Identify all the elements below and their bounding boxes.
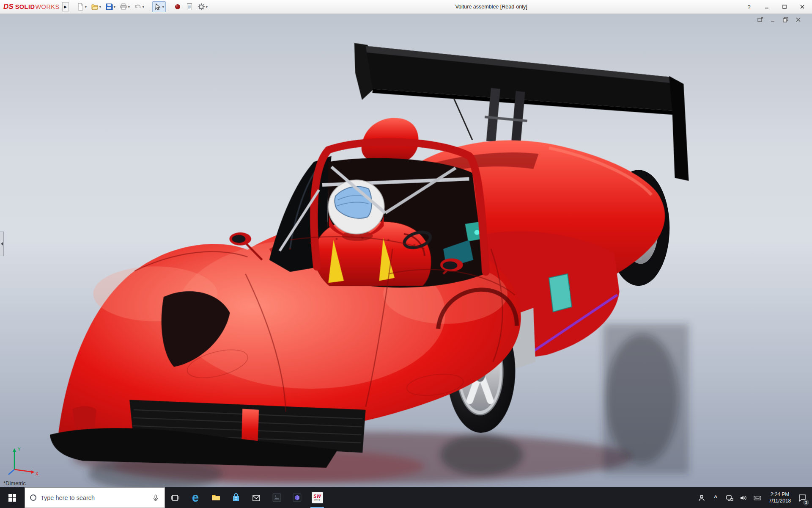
dropdown-caret-icon[interactable]: ▾: [85, 5, 87, 9]
edge-icon: e: [192, 491, 199, 504]
toolbar-flyout-button[interactable]: ▶: [62, 2, 69, 11]
windows-taskbar: e: [0, 487, 812, 508]
chevron-up-icon: ^: [714, 494, 717, 501]
people-button[interactable]: [696, 487, 707, 508]
action-center-button[interactable]: 3: [797, 487, 808, 508]
task-view-icon: [170, 493, 180, 503]
doc-restore-button[interactable]: [782, 16, 789, 23]
close-button[interactable]: [798, 3, 806, 11]
toolbar-separator: [149, 3, 149, 11]
feature-tree-collapse-tab[interactable]: [0, 232, 4, 256]
select-cursor-icon: [154, 3, 162, 11]
y-axis-label: Y: [18, 447, 21, 452]
file-properties-button[interactable]: [184, 1, 195, 12]
file-explorer-button[interactable]: [206, 487, 226, 508]
quick-toolbar: ▾ ▾ ▾ ▾ ▾ ▾: [75, 1, 209, 12]
taskbar-search[interactable]: [25, 487, 165, 508]
print-button[interactable]: ▾: [118, 1, 132, 12]
float-window-button[interactable]: [757, 16, 764, 23]
dropdown-caret-icon[interactable]: ▾: [162, 5, 164, 9]
rebuild-sphere-icon: [174, 3, 181, 11]
file-properties-icon: [186, 3, 193, 11]
undo-icon: [134, 3, 142, 11]
store-icon: [231, 493, 241, 503]
search-input[interactable]: [41, 494, 148, 501]
side-window-panel[interactable]: [549, 274, 572, 312]
reference-triad: Y X: [5, 446, 41, 476]
open-document-button[interactable]: ▾: [89, 1, 103, 12]
doc-minimize-button[interactable]: [769, 16, 776, 23]
doc-close-button[interactable]: [795, 16, 802, 23]
wing-right-endplate[interactable]: [669, 76, 689, 181]
windows-logo-icon: [8, 494, 16, 502]
select-tool-button[interactable]: ▾: [152, 1, 166, 12]
dropdown-caret-icon[interactable]: ▾: [143, 5, 144, 9]
float-window-icon: [757, 17, 763, 23]
doc-close-icon: [795, 17, 801, 23]
edge-browser-button[interactable]: e: [185, 487, 206, 508]
mail-icon: [251, 493, 261, 503]
graphics-viewport[interactable]: Y X *Dimetric: [0, 14, 812, 487]
photos-icon: [272, 492, 282, 503]
dropdown-caret-icon[interactable]: ▾: [99, 5, 101, 9]
z-axis-arrow: [8, 469, 14, 475]
mail-button[interactable]: [246, 487, 266, 508]
collapse-arrow-icon: [1, 242, 3, 246]
store-button[interactable]: [226, 487, 246, 508]
y-axis-arrow: [13, 448, 16, 452]
options-button[interactable]: ▾: [196, 1, 209, 12]
dropdown-caret-icon[interactable]: ▾: [206, 5, 208, 9]
maximize-button[interactable]: [781, 3, 788, 11]
volume-icon: [739, 494, 748, 502]
dropdown-caret-icon[interactable]: ▾: [114, 5, 115, 9]
clock-time: 2:24 PM: [771, 491, 790, 498]
notification-badge: 3: [803, 500, 809, 505]
photos-button[interactable]: [266, 487, 287, 508]
mixed-reality-viewer-button[interactable]: [287, 487, 307, 508]
keyboard-icon: [753, 494, 762, 502]
doc-restore-icon: [782, 17, 789, 23]
open-folder-icon: [91, 3, 99, 11]
new-document-icon: [77, 3, 84, 11]
toolbar-separator: [169, 3, 169, 11]
save-button[interactable]: ▾: [104, 1, 117, 12]
3d-model-race-car[interactable]: [0, 14, 812, 487]
options-gear-icon: [198, 3, 205, 11]
system-tray: ^ 2:24 PM 7/11/2018: [696, 487, 812, 508]
antenna[interactable]: [454, 98, 472, 140]
network-button[interactable]: [724, 487, 735, 508]
microphone-icon[interactable]: [152, 494, 159, 502]
search-icon: [30, 494, 36, 501]
touch-keyboard-button[interactable]: [752, 487, 763, 508]
print-icon: [120, 3, 127, 11]
undo-button[interactable]: ▾: [132, 1, 146, 12]
doc-minimize-icon: [770, 17, 776, 23]
show-hidden-icons-button[interactable]: ^: [710, 487, 721, 508]
volume-button[interactable]: [738, 487, 749, 508]
3d-cube-icon: [292, 492, 302, 503]
solidworks-window: DS SOLIDWORKS ▶ ▾ ▾ ▾ ▾ ▾: [0, 0, 812, 508]
network-icon: [725, 494, 734, 502]
start-button[interactable]: [0, 487, 25, 508]
window-title: Voiture assemblee [Read-only]: [455, 4, 527, 10]
solidworks-logo: DS SOLIDWORKS: [3, 3, 60, 11]
clock-date: 7/11/2018: [769, 498, 791, 504]
solidworks-taskbar-button[interactable]: SW 2017: [307, 487, 327, 508]
minimize-button[interactable]: [763, 3, 771, 11]
save-floppy-icon: [105, 3, 113, 11]
x-axis-label: X: [36, 472, 38, 476]
rebuild-button[interactable]: [172, 1, 183, 12]
titlebar: DS SOLIDWORKS ▶ ▾ ▾ ▾ ▾ ▾: [0, 0, 812, 14]
window-controls: ?: [745, 3, 809, 11]
x-axis-arrow: [31, 470, 35, 474]
taskbar-clock[interactable]: 2:24 PM 7/11/2018: [766, 491, 794, 504]
task-view-button[interactable]: [165, 487, 185, 508]
solidworks-app-icon: SW 2017: [312, 492, 323, 503]
dropdown-caret-icon[interactable]: ▾: [128, 5, 130, 9]
maximize-icon: [782, 4, 787, 9]
document-window-controls: [757, 16, 802, 23]
help-button[interactable]: ?: [745, 3, 753, 11]
people-icon: [697, 494, 706, 502]
minimize-icon: [764, 4, 769, 9]
new-document-button[interactable]: ▾: [75, 1, 88, 12]
